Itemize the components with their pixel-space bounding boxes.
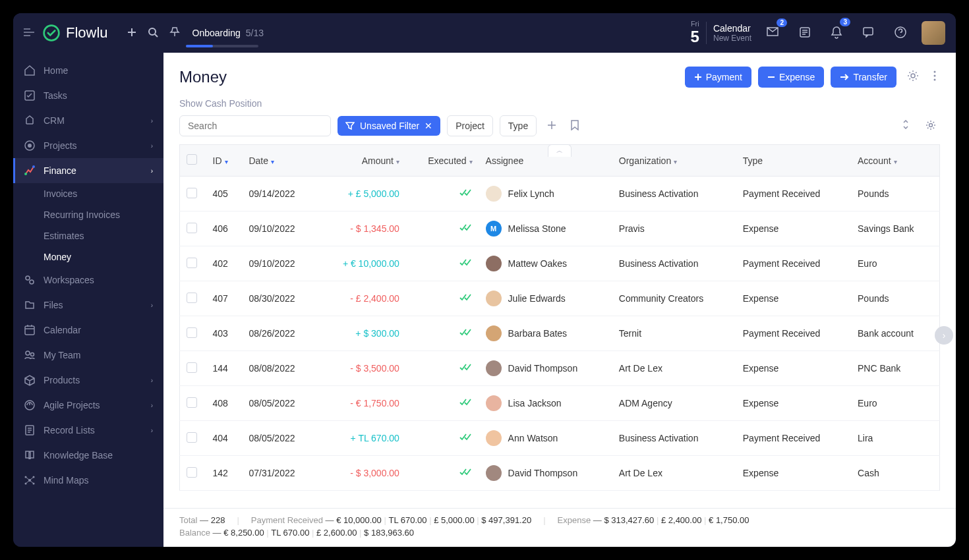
search-icon[interactable] [142, 22, 163, 45]
svg-point-13 [26, 351, 30, 355]
mindmaps-icon [24, 474, 36, 486]
add-filter-icon[interactable] [543, 117, 560, 136]
row-checkbox[interactable] [187, 327, 197, 338]
sidebar-item-projects[interactable]: Projects› [13, 133, 163, 158]
col-executed[interactable]: Executed▾ [406, 145, 479, 177]
sidebar-item-label: Agile Projects [44, 400, 100, 410]
table-row[interactable]: 142 07/31/2022 - $ 3,000.00 David Thomps… [180, 456, 940, 491]
type-filter[interactable]: Type [500, 115, 537, 136]
col-amount[interactable]: Amount▾ [318, 145, 406, 177]
col-type[interactable]: Type [736, 145, 851, 177]
note-icon[interactable] [794, 21, 816, 45]
agile-icon [24, 399, 36, 411]
user-avatar[interactable] [922, 21, 945, 45]
cell-date: 09/10/2022 [242, 246, 317, 281]
sidebar-item-finance[interactable]: Finance› [13, 158, 163, 183]
table-row[interactable]: 403 08/26/2022 + $ 300.00 Barbara Bates … [180, 316, 940, 351]
sidebar-item-files[interactable]: Files› [13, 293, 163, 318]
search-input[interactable] [179, 115, 331, 136]
payment-button[interactable]: Payment [685, 67, 751, 88]
sidebar-item-my-team[interactable]: My Team [13, 343, 163, 368]
sidebar-item-label: Record Lists [44, 425, 95, 435]
sidebar-item-home[interactable]: Home [13, 58, 163, 83]
cell-executed [406, 421, 479, 456]
table-settings-icon[interactable] [922, 116, 940, 136]
collapse-tab[interactable]: ︿ [548, 144, 572, 157]
table-row[interactable]: 144 08/08/2022 - $ 3,500.00 David Thomps… [180, 351, 940, 386]
inbox-icon[interactable]: 2 [761, 21, 784, 45]
transactions-table: ID▾ Date▾ Amount▾ Executed▾ Assignee Org… [179, 144, 940, 491]
collapse-icon[interactable] [898, 116, 914, 136]
row-checkbox[interactable] [187, 362, 197, 373]
row-checkbox[interactable] [187, 188, 197, 198]
row-checkbox[interactable] [187, 397, 197, 408]
sidebar-item-tasks[interactable]: Tasks [13, 83, 163, 108]
cell-account: Savings Bank [851, 211, 939, 246]
cell-account: PNC Bank [851, 351, 939, 386]
workspaces-icon [24, 274, 36, 286]
sidebar-item-knowledge-base[interactable]: Knowledge Base [13, 443, 163, 468]
sidebar-item-calendar[interactable]: Calendar [13, 318, 163, 343]
project-filter[interactable]: Project [447, 115, 493, 136]
cell-date: 07/31/2022 [242, 456, 317, 491]
chevron-right-icon: › [151, 377, 153, 384]
row-checkbox[interactable] [187, 223, 197, 233]
cell-executed [406, 456, 479, 491]
progress-bar [186, 45, 258, 47]
sidebar-subitem-invoices[interactable]: Invoices [13, 183, 163, 204]
calendar-widget[interactable]: Fri 5 Calendar New Event [691, 20, 751, 46]
table-row[interactable]: 406 09/10/2022 - $ 1,345.00 MMelissa Sto… [180, 211, 940, 246]
onboarding-widget[interactable]: Onboarding 5/13 [192, 28, 264, 38]
select-all-checkbox[interactable] [187, 154, 197, 165]
cell-type: Expense [736, 386, 851, 421]
sidebar-item-mind-maps[interactable]: Mind Maps [13, 468, 163, 493]
table-row[interactable]: 402 09/10/2022 + € 10,000.00 Mattew Oake… [180, 246, 940, 281]
chevron-right-icon: › [151, 402, 153, 409]
cell-amount: - $ 3,000.00 [318, 456, 406, 491]
scroll-right-icon[interactable]: › [935, 326, 953, 345]
help-icon[interactable] [889, 20, 912, 46]
unsaved-filter-chip[interactable]: Unsaved Filter ✕ [338, 116, 440, 136]
table-row[interactable]: 407 08/30/2022 - £ 2,400.00 Julie Edward… [180, 281, 940, 316]
sidebar-item-products[interactable]: Products› [13, 368, 163, 393]
col-id[interactable]: ID▾ [206, 145, 243, 177]
col-date[interactable]: Date▾ [242, 145, 317, 177]
sidebar-item-workspaces[interactable]: Workspaces [13, 267, 163, 293]
logo[interactable]: Flowlu [42, 24, 108, 42]
cell-amount: - € 1,750.00 [318, 386, 406, 421]
table-row[interactable]: 405 09/14/2022 + £ 5,000.00 Felix Lynch … [180, 177, 940, 211]
pin-icon[interactable] [163, 21, 186, 45]
sidebar-subitem-recurring-invoices[interactable]: Recurring Invoices [13, 204, 163, 225]
row-checkbox[interactable] [187, 258, 197, 268]
bell-badge: 3 [840, 18, 850, 26]
bookmark-icon[interactable] [567, 116, 583, 136]
close-icon[interactable]: ✕ [425, 121, 432, 131]
cell-id: 142 [206, 456, 243, 491]
svg-point-10 [26, 276, 30, 280]
sidebar-item-record-lists[interactable]: Record Lists› [13, 418, 163, 443]
bell-icon[interactable]: 3 [825, 20, 848, 46]
table-row[interactable]: 408 08/05/2022 - € 1,750.00 Lisa Jackson… [180, 386, 940, 421]
menu-icon[interactable] [24, 28, 34, 38]
col-organization[interactable]: Organization▾ [612, 145, 736, 177]
row-checkbox[interactable] [187, 293, 197, 303]
add-icon[interactable] [121, 22, 142, 45]
expense-button[interactable]: Expense [758, 67, 824, 88]
col-account[interactable]: Account▾ [851, 145, 939, 177]
sidebar-subitem-estimates[interactable]: Estimates [13, 225, 163, 246]
show-cash-position[interactable]: Show Cash Position [179, 98, 940, 109]
more-icon[interactable] [929, 67, 940, 87]
row-checkbox[interactable] [187, 467, 197, 478]
sidebar-item-crm[interactable]: CRM› [13, 108, 163, 133]
table-row[interactable]: 404 08/05/2022 + TL 670.00 Ann Watson Bu… [180, 421, 940, 456]
row-checkbox[interactable] [187, 432, 197, 443]
sidebar-item-agile-projects[interactable]: Agile Projects› [13, 393, 163, 418]
chat-icon[interactable] [857, 21, 879, 45]
col-assignee[interactable]: Assignee [479, 145, 612, 177]
sidebar-subitem-money[interactable]: Money [13, 246, 163, 267]
transfer-button[interactable]: Transfer [831, 67, 896, 88]
executed-check-icon [459, 293, 473, 304]
cell-account: Lira [851, 421, 939, 456]
tasks-icon [24, 90, 36, 101]
settings-icon[interactable] [903, 66, 923, 88]
